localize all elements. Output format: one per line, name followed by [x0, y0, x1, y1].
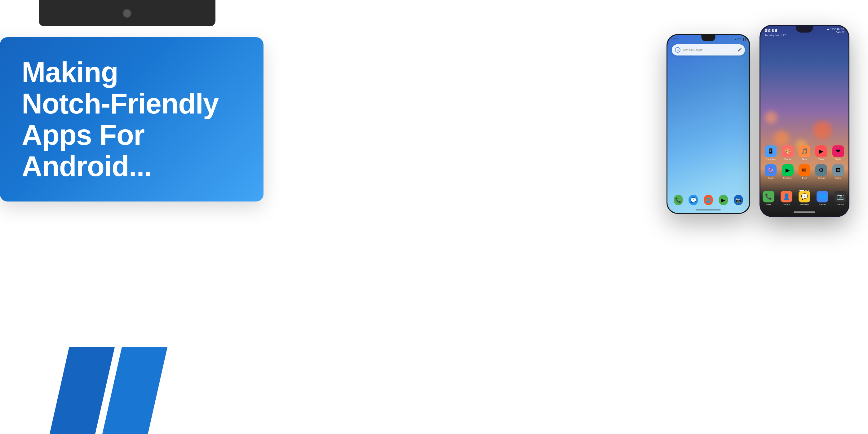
app-icon-image: 🔮 — [765, 164, 777, 176]
app-icon-themes[interactable]: 🎨Themes — [780, 145, 795, 160]
app-icon-settings[interactable]: ⚙Settings — [814, 164, 828, 179]
dock-app-messages[interactable]: 💬Messages — [799, 191, 810, 205]
phone2-date: Tuesday, March 27 — [765, 34, 786, 37]
phone1-notch — [702, 35, 715, 41]
app-label: Settings — [818, 177, 825, 179]
dock-app-label: Dialer — [766, 204, 771, 205]
blue-card: Making Notch-Friendly Apps For Android..… — [0, 37, 264, 202]
app-icon-play-store[interactable]: ▶Play Store — [780, 164, 795, 179]
phone1-dock: 📞 💬 🌐 ▶ 📷 — [668, 195, 749, 205]
app-label: Themes — [784, 158, 791, 160]
dock-app-contacts[interactable]: 👤Contacts — [781, 191, 793, 205]
phone2-time: 08:08 — [765, 28, 777, 33]
dock-app-image: 📷 — [835, 191, 846, 203]
app-label: Health — [835, 158, 841, 160]
app-label: Play Store — [783, 177, 792, 179]
bokeh-1 — [774, 130, 789, 146]
app-icon-videos[interactable]: ▶Videos — [814, 145, 828, 160]
dock-app-image: 🌐 — [816, 191, 828, 203]
phones-container: 10:10 ▲LTE ▐▐ G Say 'Ok Google' 🎤 📞 💬 🌐 … — [666, 25, 849, 217]
app-icon-image: ⚙ — [815, 164, 827, 176]
dock-app-image: 💬 — [799, 191, 810, 203]
dock-app-image: 👤 — [781, 191, 793, 203]
app-icon-google[interactable]: 🔮Google — [764, 164, 778, 179]
phone1-search-bar[interactable]: G Say 'Ok Google' 🎤 — [672, 44, 745, 56]
bokeh-3 — [813, 121, 832, 140]
app-icon-image: ❤ — [832, 145, 844, 157]
app-icon-image: ▶ — [782, 164, 794, 176]
app-label: Music — [802, 158, 807, 160]
phone2-weather: ☁ 12°C 8 / 18 — [827, 28, 844, 31]
phone1-dock-chrome[interactable]: 🌐 — [704, 195, 713, 205]
app-icon-image: 🎨 — [782, 145, 794, 157]
app-icon-image: 📱 — [765, 145, 777, 157]
card-title: Making Notch-Friendly Apps For Android..… — [22, 57, 219, 182]
phone-oneplus: 10:10 ▲LTE ▐▐ G Say 'Ok Google' 🎤 📞 💬 🌐 … — [666, 34, 750, 214]
device-top-bar — [39, 0, 215, 26]
phone2-location: Paris ◎ — [827, 31, 844, 33]
phone2-notch — [796, 26, 813, 33]
microphone-icon[interactable]: 🎤 — [738, 48, 742, 52]
app-icon-image: 🎵 — [799, 145, 810, 157]
phone1-time: 10:10 — [671, 37, 678, 41]
front-camera — [123, 9, 131, 18]
phone2-home-indicator — [794, 211, 815, 213]
app-label: Phone Man. — [766, 158, 776, 160]
app-icon-health[interactable]: ❤Health — [831, 145, 845, 160]
phone2-screen: 08:08 ☁ 12°C 8 / 18 Paris ◎ Tuesday, Mar… — [761, 26, 848, 216]
app-label: Google — [768, 177, 774, 179]
app-icon-image: ▶ — [815, 145, 827, 157]
dock-app-camera[interactable]: 📷Camera — [835, 191, 846, 205]
phone-huawei: 08:08 ☁ 12°C 8 / 18 Paris ◎ Tuesday, Mar… — [760, 25, 849, 217]
chevron-decoration — [50, 347, 167, 434]
phone1-dock-camera[interactable]: 📷 — [734, 195, 743, 205]
app-icon-image: 🖼 — [832, 164, 844, 176]
dock-app-label: Contacts — [783, 204, 790, 205]
phone1-dock-playstore[interactable]: ▶ — [719, 195, 728, 205]
dock-app-image: 📞 — [763, 191, 774, 203]
app-icon-music[interactable]: 🎵Music — [797, 145, 812, 160]
phone1-dock-messages[interactable]: 💬 — [688, 195, 698, 205]
phone2-app-grid: 📱Phone Man.🎨Themes🎵Music▶Videos❤Health🔮G… — [764, 145, 845, 179]
search-placeholder: Say 'Ok Google' — [683, 49, 735, 52]
app-label: Email — [802, 177, 807, 179]
phone1-screen: 10:10 ▲LTE ▐▐ G Say 'Ok Google' 🎤 📞 💬 🌐 … — [668, 35, 749, 213]
chevron-2 — [102, 347, 167, 434]
bokeh-5 — [765, 111, 777, 124]
dock-app-chrome[interactable]: 🌐Chrome — [816, 191, 828, 205]
dock-app-label: Chrome — [819, 204, 826, 205]
app-label: Gallery — [835, 177, 841, 179]
phone2-wallpaper — [761, 26, 848, 216]
app-label: Videos — [818, 158, 824, 160]
phone1-home-indicator — [696, 209, 721, 211]
dock-app-label: Messages — [800, 204, 808, 205]
dock-app-dialer[interactable]: 📞Dialer — [763, 191, 774, 205]
phone1-status-icons: ▲LTE ▐▐ — [734, 38, 746, 41]
phone1-dock-phone[interactable]: 📞 — [674, 195, 683, 205]
dock-app-label: Camera — [837, 204, 843, 205]
app-icon-phone-man.[interactable]: 📱Phone Man. — [764, 145, 778, 160]
chevron-1 — [50, 347, 115, 434]
google-logo: G — [675, 47, 680, 53]
app-icon-image: ✉ — [799, 164, 810, 176]
app-icon-gallery[interactable]: 🖼Gallery — [831, 164, 845, 179]
phone2-dock: 📞Dialer👤Contacts💬Messages🌐Chrome📷Camera — [761, 191, 848, 205]
app-icon-email[interactable]: ✉Email — [797, 164, 812, 179]
